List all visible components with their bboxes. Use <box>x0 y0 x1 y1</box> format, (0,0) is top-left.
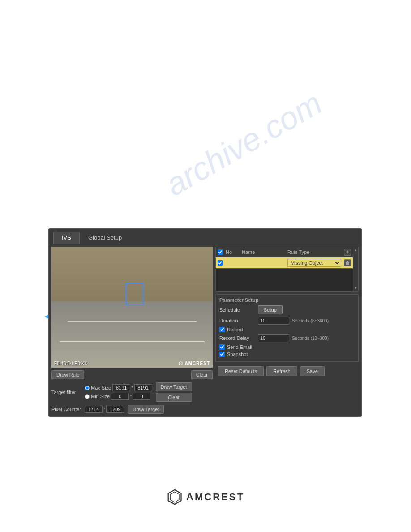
max-height-input[interactable] <box>134 384 152 391</box>
road-line-2 <box>60 341 205 342</box>
parameter-setup-panel: Parameter Setup Schedule Setup Duration … <box>215 294 359 362</box>
record-delay-row: Record Delay Seconds (10~300) <box>219 334 355 342</box>
pixel-counter-label: Pixel Counter <box>51 407 83 412</box>
scroll-down-arrow[interactable]: ▼ <box>354 286 358 290</box>
camera-scene: F8:4D:D1:E8:XX ⬡ AMCREST <box>51 247 213 368</box>
col-type-header: Rule Type <box>287 249 341 255</box>
video-panel: F8:4D:D1:E8:XX ⬡ AMCREST Draw Rule Clear… <box>51 247 213 414</box>
setup-button[interactable]: Setup <box>258 305 283 314</box>
duration-label: Duration <box>219 318 255 323</box>
rule-type-select[interactable]: Missing Object Abandoned Object Intrusio… <box>287 259 341 267</box>
rules-scrollbar[interactable]: ▲ ▼ <box>353 247 358 291</box>
detection-box <box>126 283 144 305</box>
min-size-label: Min Size <box>91 394 110 399</box>
duration-unit: Seconds (6~3600) <box>292 318 329 323</box>
max-size-radio-row: Max Size * <box>85 384 152 391</box>
pixel-size-inputs: * <box>85 406 124 413</box>
snapshot-row: Snapshot <box>219 352 355 357</box>
rules-add-button[interactable]: + <box>344 249 351 256</box>
watermark: archive.com <box>159 84 328 203</box>
draw-target-button-2[interactable]: Draw Target <box>128 405 164 414</box>
min-width-input[interactable] <box>111 393 129 400</box>
rule-delete-button[interactable]: 🗑 <box>344 259 351 266</box>
pixel-counter-row: Pixel Counter * Draw Target <box>51 405 213 414</box>
record-row: Record <box>219 327 355 332</box>
col-name-header: Name <box>242 249 285 255</box>
content-area: F8:4D:D1:E8:XX ⬡ AMCREST Draw Rule Clear… <box>49 244 361 416</box>
right-panel: No Name Rule Type + Missing Object <box>215 247 359 414</box>
save-button[interactable]: Save <box>300 366 325 376</box>
rules-list: No Name Rule Type + Missing Object <box>216 247 353 291</box>
tab-ivs[interactable]: IVS <box>53 232 80 244</box>
main-panel: IVS Global Setup F8:4D:D1:E8:XX ⬡ AMCRES… <box>48 228 362 417</box>
rules-empty-area <box>216 269 353 291</box>
col-no-header: No <box>226 249 239 255</box>
send-email-label: Send Email <box>227 344 252 350</box>
min-size-inputs: * <box>111 393 150 400</box>
duration-row: Duration Seconds (6~3600) <box>219 317 355 325</box>
send-email-row: Send Email <box>219 344 355 350</box>
camera-timestamp: F8:4D:D1:E8:XX <box>54 361 87 366</box>
scene-road <box>51 301 213 368</box>
record-checkbox[interactable] <box>219 327 225 332</box>
rules-table: No Name Rule Type + Missing Object <box>215 247 359 292</box>
size-radio-group: Max Size * Min Size <box>85 384 152 400</box>
min-size-sep: * <box>130 394 132 399</box>
pixel-height-input[interactable] <box>106 406 124 413</box>
draw-rule-button[interactable]: Draw Rule <box>51 370 84 379</box>
svg-marker-1 <box>170 492 179 502</box>
min-height-input[interactable] <box>133 393 150 400</box>
max-size-radio[interactable] <box>85 386 90 390</box>
camera-logo: ⬡ AMCREST <box>179 361 210 366</box>
clear-button-2[interactable]: Clear <box>156 393 192 402</box>
snapshot-label: Snapshot <box>227 352 248 357</box>
min-size-radio-row: Min Size * <box>85 393 152 400</box>
footer-logo: AMCREST <box>167 489 244 505</box>
target-filter: Target filter Max Size * <box>51 382 213 402</box>
schedule-row: Schedule Setup <box>219 305 355 314</box>
amcrest-hex-icon <box>167 489 183 505</box>
send-email-checkbox[interactable] <box>219 344 225 350</box>
road-line-1 <box>68 321 197 322</box>
clear-button-1[interactable]: Clear <box>191 370 213 379</box>
target-filter-row: Target filter Max Size * <box>51 382 213 402</box>
draw-rule-row: Draw Rule Clear <box>51 370 213 379</box>
min-size-radio[interactable] <box>85 394 90 399</box>
tab-bar: IVS Global Setup <box>49 229 361 244</box>
max-size-sep: * <box>131 385 133 390</box>
rule-row-1: Missing Object Abandoned Object Intrusio… <box>216 257 353 269</box>
draw-target-button-1[interactable]: Draw Target <box>156 382 192 391</box>
rules-header-checkbox[interactable] <box>218 249 223 255</box>
tab-global-setup[interactable]: Global Setup <box>80 232 130 244</box>
rule-row-checkbox[interactable] <box>218 260 223 266</box>
video-feed: F8:4D:D1:E8:XX ⬡ AMCREST <box>51 247 213 368</box>
pixel-sep: * <box>103 407 105 412</box>
footer-brand-text: AMCREST <box>186 491 244 503</box>
max-size-label: Max Size <box>91 385 111 390</box>
max-width-input[interactable] <box>112 384 130 391</box>
refresh-button[interactable]: Refresh <box>266 366 297 376</box>
max-size-inputs: * <box>112 384 152 391</box>
record-delay-label: Record Delay <box>219 335 255 341</box>
schedule-label: Schedule <box>219 307 255 313</box>
scrollbar-area: No Name Rule Type + Missing Object <box>216 247 358 291</box>
record-delay-input[interactable] <box>258 334 289 342</box>
reset-defaults-button[interactable]: Reset Defaults <box>218 366 264 376</box>
bottom-buttons-row: Reset Defaults Refresh Save <box>215 364 359 379</box>
scroll-up-arrow[interactable]: ▲ <box>354 248 358 252</box>
parameter-setup-title: Parameter Setup <box>219 297 355 303</box>
record-delay-unit: Seconds (10~300) <box>292 336 329 341</box>
duration-input[interactable] <box>258 317 289 325</box>
record-label: Record <box>227 327 243 332</box>
rules-header: No Name Rule Type + <box>216 247 353 257</box>
pixel-width-input[interactable] <box>85 406 103 413</box>
target-filter-label: Target filter <box>51 390 83 395</box>
snapshot-checkbox[interactable] <box>219 352 225 357</box>
